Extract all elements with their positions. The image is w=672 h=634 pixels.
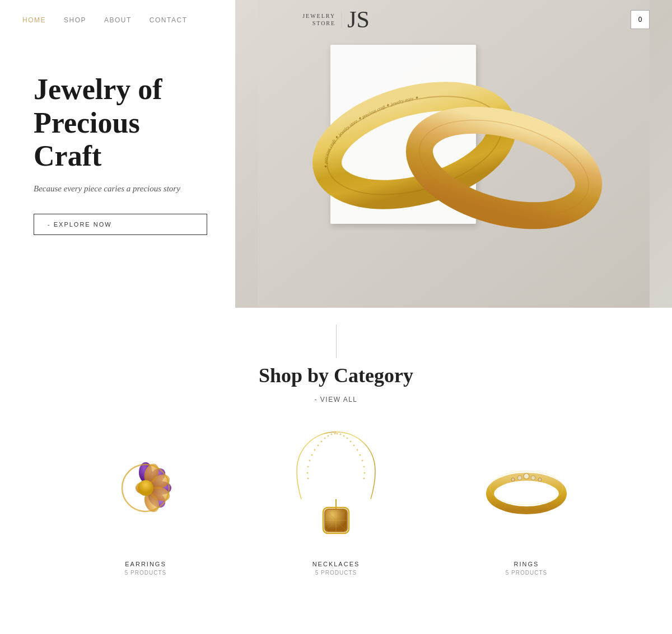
hero-content: Jewelry of Precious Craft Because every … — [0, 0, 235, 308]
svg-point-41 — [363, 478, 365, 480]
svg-point-21 — [324, 438, 326, 439]
svg-point-54 — [511, 478, 515, 481]
earrings-image — [84, 426, 207, 550]
svg-point-26 — [309, 460, 311, 462]
hero-title: Jewelry of Precious Craft — [34, 73, 207, 173]
svg-point-20 — [328, 435, 329, 437]
view-all-link[interactable]: - VIEW ALL — [314, 396, 357, 403]
svg-point-40 — [364, 472, 366, 474]
rings-image — [465, 426, 588, 550]
explore-now-button[interactable]: - EXPLORE NOW — [34, 214, 207, 235]
hero-rings-background: ✦ precious craft ✦ jewelry store ✦ preci… — [235, 0, 672, 308]
earrings-svg — [90, 432, 202, 544]
category-rings[interactable]: RINGS 5 PRODUCTS — [442, 426, 610, 576]
svg-point-31 — [340, 434, 342, 435]
category-earrings[interactable]: EARRINGS 5 PRODUCTS — [62, 426, 230, 576]
necklaces-image — [274, 426, 398, 550]
earrings-label: EARRINGS — [125, 561, 166, 567]
site-logo: JEWELRYSTORE JS — [302, 8, 370, 31]
hero-subtitle: Because every piece caries a precious st… — [34, 184, 207, 194]
svg-point-51 — [517, 476, 522, 480]
svg-point-35 — [353, 445, 355, 447]
nav-item-home[interactable]: HOME — [22, 15, 46, 25]
svg-point-16 — [138, 480, 153, 496]
cart-count: 0 — [638, 16, 642, 24]
rings-label: RINGS — [514, 561, 539, 567]
nav-link-contact[interactable]: CONTACT — [150, 16, 188, 24]
svg-point-33 — [347, 438, 348, 439]
svg-point-36 — [357, 449, 358, 451]
svg-point-52 — [524, 473, 529, 479]
nav-link-home[interactable]: HOME — [22, 16, 46, 24]
svg-point-25 — [311, 454, 313, 456]
svg-point-55 — [538, 478, 542, 481]
divider-line — [336, 325, 337, 358]
nav-links: HOME SHOP ABOUT CONTACT — [22, 15, 187, 25]
nav-item-shop[interactable]: SHOP — [64, 15, 86, 25]
nav-link-shop[interactable]: SHOP — [64, 16, 86, 24]
shop-section: Shop by Category - VIEW ALL — [0, 364, 672, 609]
rings-svg — [470, 432, 582, 544]
logo-initials: JS — [347, 8, 370, 31]
categories-grid: EARRINGS 5 PRODUCTS — [0, 426, 672, 576]
nav-item-about[interactable]: ABOUT — [104, 15, 132, 25]
rings-illustration: ✦ precious craft ✦ jewelry store ✦ preci… — [235, 0, 672, 308]
svg-point-19 — [331, 434, 333, 435]
svg-point-34 — [350, 441, 352, 443]
nav-link-about[interactable]: ABOUT — [104, 16, 132, 24]
necklaces-count: 5 PRODUCTS — [315, 570, 357, 576]
earrings-count: 5 PRODUCTS — [125, 570, 166, 576]
shop-section-title: Shop by Category — [0, 364, 672, 387]
hero-image: ✦ precious craft ✦ jewelry store ✦ preci… — [235, 0, 672, 308]
svg-point-30 — [337, 433, 338, 435]
svg-point-53 — [531, 476, 535, 480]
svg-point-50 — [490, 477, 563, 510]
svg-point-27 — [307, 466, 309, 468]
svg-point-23 — [318, 445, 319, 447]
svg-point-18 — [334, 433, 336, 435]
nav-item-contact[interactable]: CONTACT — [150, 15, 188, 25]
necklaces-svg — [280, 426, 392, 550]
svg-point-37 — [360, 454, 361, 456]
svg-point-38 — [362, 460, 363, 462]
logo-text: JEWELRYSTORE — [302, 12, 335, 27]
svg-point-32 — [343, 435, 345, 437]
cart-button[interactable]: 0 — [631, 10, 650, 29]
logo-divider — [341, 11, 342, 28]
category-necklaces[interactable]: NECKLACES 5 PRODUCTS — [252, 426, 420, 576]
svg-point-24 — [314, 449, 316, 451]
section-divider — [0, 308, 672, 364]
navbar: HOME SHOP ABOUT CONTACT JEWELRYSTORE JS … — [0, 0, 672, 39]
hero-section: Jewelry of Precious Craft Because every … — [0, 0, 672, 308]
svg-point-29 — [307, 478, 309, 480]
svg-point-39 — [363, 466, 365, 468]
necklaces-label: NECKLACES — [312, 561, 360, 567]
svg-point-28 — [307, 472, 309, 474]
svg-point-22 — [321, 441, 323, 443]
rings-count: 5 PRODUCTS — [506, 570, 547, 576]
